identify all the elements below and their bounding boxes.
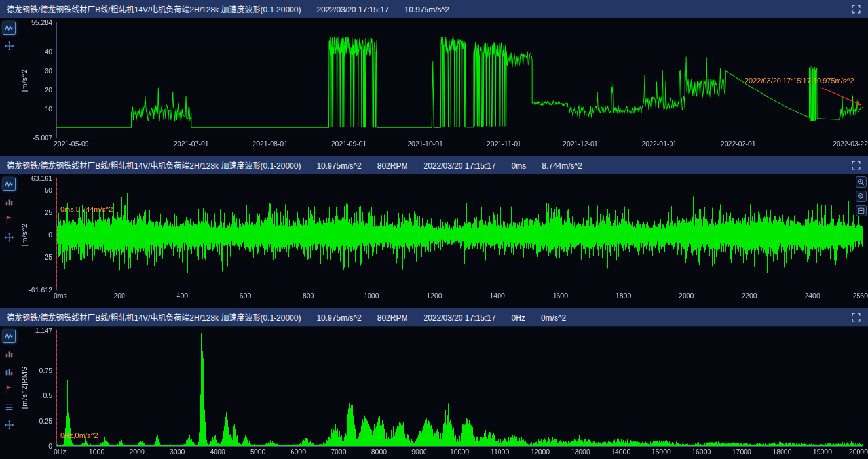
- trend-toolbar: [0, 18, 18, 151]
- x-tick-label: 17000: [732, 448, 751, 456]
- spectrum-cursor-annotation: 0Hz,0m/s^2: [60, 431, 98, 439]
- x-tick-label: 1200: [426, 292, 442, 300]
- zoom-out-icon[interactable]: [856, 191, 867, 202]
- y-tick-label: 1.147: [18, 327, 52, 334]
- spectrum-chart-area: [m/s^2]RMS 0Hz,0m/s^2 0Hz100020003000400…: [18, 327, 868, 459]
- list-icon[interactable]: [3, 401, 16, 414]
- y-tick-label: 63.161: [18, 174, 52, 182]
- x-tick-label: 2021-09-01: [331, 140, 367, 148]
- x-tick-label: 600: [240, 292, 252, 300]
- histogram-icon[interactable]: [3, 195, 16, 209]
- x-tick-label: 2200: [742, 292, 757, 300]
- flag-icon[interactable]: [3, 383, 16, 396]
- waveform-icon[interactable]: [3, 178, 16, 191]
- bars-icon[interactable]: [3, 365, 16, 378]
- move-icon[interactable]: [3, 39, 16, 52]
- y-tick-label: 50: [18, 186, 52, 194]
- trend-chart-canvas[interactable]: [18, 18, 868, 151]
- x-tick-label: 8000: [371, 448, 387, 456]
- waveform-panel-body: [m/s^2] 0ms,8.744m/s^2 0ms20040060080010…: [0, 174, 868, 303]
- x-tick-label: 2021-12-01: [563, 140, 598, 148]
- x-tick-label: 16000: [692, 448, 711, 456]
- panel-divider: [0, 151, 868, 156]
- waveform-toolbar: [0, 174, 18, 303]
- x-tick-label: 10000: [450, 448, 469, 456]
- x-tick-label: 19000: [813, 448, 832, 456]
- histogram-icon[interactable]: [3, 348, 16, 361]
- x-tick-label: 13000: [571, 448, 590, 456]
- spectrum-panel-header: 德龙钢铁/德龙钢铁线材厂B线/粗轧机14V/电机负荷端2H/128k 加速度波形…: [0, 308, 868, 327]
- fullscreen-icon[interactable]: [850, 3, 863, 16]
- x-tick-label: 1800: [616, 292, 631, 300]
- y-tick-label: 30: [18, 67, 52, 75]
- y-tick-label: 0.5: [18, 391, 52, 399]
- zoom-reset-icon[interactable]: [856, 205, 867, 216]
- x-tick-label: 1000: [364, 292, 379, 300]
- x-tick-label: 18000: [772, 448, 791, 456]
- spectrum-panel: 德龙钢铁/德龙钢铁线材厂B线/粗轧机14V/电机负荷端2H/128k 加速度波形…: [0, 308, 868, 459]
- x-tick-label: 2021-08-01: [252, 140, 288, 148]
- x-tick-label: 3000: [170, 448, 185, 456]
- trend-panel-header: 德龙钢铁/德龙钢铁线材厂B线/粗轧机14V/电机负荷端2H/128k 加速度波形…: [0, 0, 868, 18]
- x-tick-label: 400: [177, 292, 189, 300]
- x-tick-label: 4000: [210, 448, 225, 456]
- spectrum-toolbar: [0, 327, 18, 459]
- y-tick-label: 0: [18, 231, 52, 239]
- spectrum-panel-title: 德龙钢铁/德龙钢铁线材厂B线/粗轧机14V/电机负荷端2H/128k 加速度波形…: [7, 311, 566, 323]
- x-tick-label: 1600: [553, 292, 568, 300]
- x-tick-label: 2400: [804, 292, 820, 300]
- move-icon[interactable]: [3, 231, 16, 244]
- x-tick-label: 1400: [490, 292, 505, 300]
- x-tick-label: 2022-01-01: [641, 140, 677, 148]
- x-tick-label: 2022-02-01: [721, 140, 756, 148]
- vibration-monitor-app: 德龙钢铁/德龙钢铁线材厂B线/粗轧机14V/电机负荷端2H/128k 加速度波形…: [0, 0, 868, 459]
- waveform-icon[interactable]: [3, 22, 16, 35]
- trend-panel-body: [m/s^2] 2022/03/20 17:15:17,10.975m/s^2 …: [0, 18, 868, 151]
- x-tick-label: 6000: [291, 448, 306, 456]
- y-tick-label: 25: [18, 209, 52, 216]
- waveform-zoom-tools: [856, 176, 867, 216]
- x-tick-label: 2022-03-22: [833, 140, 868, 148]
- trend-chart-area: [m/s^2] 2022/03/20 17:15:17,10.975m/s^2 …: [18, 18, 868, 151]
- y-tick-label: 10: [18, 105, 52, 113]
- x-tick-label: 2021-11-01: [487, 140, 521, 148]
- spectrum-chart-canvas[interactable]: [18, 327, 868, 459]
- x-tick-label: 5000: [250, 448, 265, 456]
- flag-icon[interactable]: [3, 213, 16, 226]
- y-tick-label: 20: [18, 86, 52, 94]
- move-icon[interactable]: [3, 418, 16, 431]
- fullscreen-icon[interactable]: [850, 159, 863, 172]
- waveform-panel-title: 德龙钢铁/德龙钢铁线材厂B线/粗轧机14V/电机负荷端2H/128k 加速度波形…: [7, 159, 582, 170]
- waveform-panel: 德龙钢铁/德龙钢铁线材厂B线/粗轧机14V/电机负荷端2H/128k 加速度波形…: [0, 156, 868, 303]
- waveform-icon[interactable]: [3, 330, 16, 343]
- x-tick-label: 11000: [491, 448, 509, 456]
- x-tick-label: 2021-10-01: [407, 140, 443, 148]
- panel-divider: [0, 303, 868, 308]
- waveform-chart-canvas[interactable]: [18, 174, 868, 303]
- y-tick-label: 0: [18, 442, 52, 450]
- x-tick-label: 2000: [679, 292, 694, 300]
- y-tick-label: 40: [18, 48, 52, 56]
- x-tick-label: 800: [303, 292, 314, 300]
- x-tick-label: 2560: [853, 292, 868, 300]
- x-tick-label: 12000: [531, 448, 550, 456]
- x-tick-label: 2000: [129, 448, 144, 456]
- y-tick-label: -5.007: [18, 134, 52, 142]
- x-tick-label: 7000: [331, 448, 346, 456]
- x-tick-label: 2021-07-01: [174, 140, 209, 148]
- x-tick-label: 0ms: [54, 292, 67, 300]
- waveform-panel-header: 德龙钢铁/德龙钢铁线材厂B线/粗轧机14V/电机负荷端2H/128k 加速度波形…: [0, 156, 868, 174]
- trend-panel: 德龙钢铁/德龙钢铁线材厂B线/粗轧机14V/电机负荷端2H/128k 加速度波形…: [0, 0, 868, 151]
- y-tick-label: 0.25: [18, 417, 52, 425]
- zoom-in-icon[interactable]: [856, 176, 867, 188]
- x-tick-label: 14000: [611, 448, 630, 456]
- trend-panel-title: 德龙钢铁/德龙钢铁线材厂B线/粗轧机14V/电机负荷端2H/128k 加速度波形…: [7, 3, 449, 14]
- x-tick-label: 20000: [849, 448, 868, 456]
- x-tick-label: 9000: [411, 448, 426, 456]
- spectrum-panel-body: [m/s^2]RMS 0Hz,0m/s^2 0Hz100020003000400…: [0, 327, 868, 459]
- y-tick-label: -25: [18, 253, 52, 261]
- x-tick-label: 2021-05-09: [54, 140, 89, 148]
- fullscreen-icon[interactable]: [850, 311, 863, 324]
- x-tick-label: 15000: [652, 448, 671, 456]
- waveform-cursor-annotation: 0ms,8.744m/s^2: [60, 205, 113, 213]
